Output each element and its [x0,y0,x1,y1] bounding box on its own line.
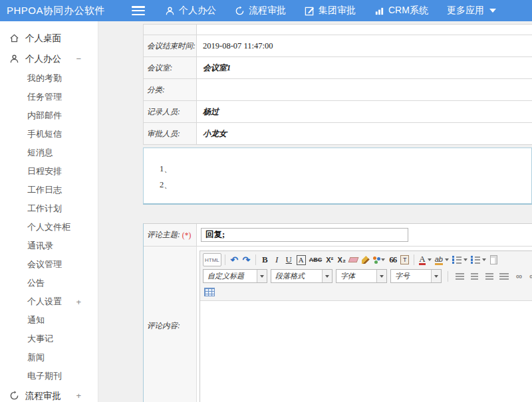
editor-content-area[interactable] [200,301,532,402]
nav-crm[interactable]: CRM系统 [374,5,428,17]
insert-table-button[interactable] [203,285,216,298]
menu-icon[interactable] [132,6,145,15]
palette-icon [373,256,376,260]
sidebar-item-e-journal[interactable]: 电子期刊 [0,367,98,385]
heading-select[interactable]: 自定义标题 [203,269,267,283]
ordered-list-button[interactable] [451,253,469,266]
paste-from-word-button[interactable]: T [399,253,410,266]
required-mark: (*) [182,231,191,239]
italic-button[interactable]: I [271,253,283,266]
color-picker-button[interactable] [372,253,386,266]
app-logo: PHPOA协同办公软件 [0,5,125,17]
sidebar-item-news[interactable]: 新闻 [0,348,98,367]
brush-icon [362,256,370,264]
html-source-button[interactable]: HTML [203,253,221,266]
link-button[interactable]: ∞ [513,270,525,283]
eraser-icon [348,257,359,262]
underline-button[interactable]: U [283,253,295,266]
redo-button[interactable]: ↷ [241,253,252,266]
nav-more-apps[interactable]: 更多应用 [447,5,496,17]
paragraph-format-select[interactable]: 段落格式 [271,269,332,283]
font-family-select[interactable]: 字体 [336,269,387,283]
subscript-button[interactable]: X₂ [336,253,347,266]
sidebar-item-internal-mail[interactable]: 内部邮件 [0,106,98,125]
comment-subject-row: 评论主题: (*) [144,224,532,247]
sidebar-item-short-message[interactable]: 短消息 [0,144,98,162]
meeting-end-time-value: 2019-08-07 11:47:00 [197,35,532,56]
unlink-button[interactable]: ∞? [528,270,532,283]
content-area: 会议结束时间: 2019-08-07 11:47:00 会议室: 会议室1 分类… [98,21,532,402]
collapse-icon[interactable]: − [76,54,81,64]
highlight-color-button[interactable]: ab [434,253,450,266]
caret-down-icon [257,270,267,282]
align-right-icon [485,273,493,274]
font-style-button[interactable]: A [297,255,306,265]
comment-content-row: 评论内容: HTML ↶ ↷ B I U A [144,247,532,402]
paste-icon: T [400,255,409,264]
table-row: 记录人员: 杨过 [144,101,532,123]
align-left-button[interactable] [454,270,466,283]
meeting-content-box: 1、 2、 [143,148,532,205]
person-icon [9,54,19,64]
sidebar-item-work-plan[interactable]: 工作计划 [0,199,98,218]
sidebar-item-my-attendance[interactable]: 我的考勤 [0,69,98,88]
blockquote-button[interactable]: 66 [387,253,398,266]
new-page-button[interactable] [488,253,499,266]
comment-section: 评论主题: (*) 评论内容: HTML ↶ ↷ [143,223,532,402]
edit-icon [305,6,315,16]
comment-subject-label: 评论主题: (*) [144,224,197,246]
sidebar-item-sms[interactable]: 手机短信 [0,125,98,144]
field-label: 会议结束时间: [144,35,197,56]
sidebar-item-personal-settings[interactable]: 个人设置 + [0,292,98,311]
caret-down-icon [381,258,385,261]
table-icon [204,288,215,296]
font-color-button[interactable]: A [418,253,432,266]
content-line: 1、 [160,163,531,175]
sidebar-item-schedule[interactable]: 日程安排 [0,162,98,181]
unordered-list-button[interactable] [469,253,487,266]
caret-down-icon [482,258,486,261]
undo-button[interactable]: ↶ [229,253,240,266]
expand-icon[interactable]: + [76,297,81,307]
topbar: PHPOA协同办公软件 个人办公 流程审批 集团审批 CRM系统 更多应用 [0,0,532,21]
sidebar-item-major-events[interactable]: 大事记 [0,330,98,348]
font-size-select[interactable]: 字号 [390,269,442,283]
sidebar-item-notice[interactable]: 通知 [0,311,98,330]
bar-chart-icon [374,6,384,16]
sidebar-item-personal-office[interactable]: 个人办公 − [0,49,98,69]
field-label: 记录人员: [144,101,197,122]
table-row [144,25,532,35]
nav-workflow-approval[interactable]: 流程审批 [235,5,286,17]
justify-button[interactable] [498,270,510,283]
content-line: 2、 [160,179,531,191]
sidebar-item-personal-desktop[interactable]: 个人桌面 [0,28,98,49]
align-right-button[interactable] [483,270,495,283]
ordered-list-icon [452,256,462,264]
field-label: 会议室: [144,57,197,78]
comment-content-label: 评论内容: [144,247,197,402]
sidebar-item-work-log[interactable]: 工作日志 [0,181,98,199]
bold-button[interactable]: B [259,253,271,266]
align-center-button[interactable] [469,270,480,283]
caret-down-icon [489,9,496,13]
sidebar-item-meeting-management[interactable]: 会议管理 [0,255,98,274]
nav-personal-office[interactable]: 个人办公 [165,5,216,17]
editor-toolbar: HTML ↶ ↷ B I U A ABC X² X₂ [200,251,532,301]
comment-subject-input[interactable] [201,228,408,242]
rich-text-editor: HTML ↶ ↷ B I U A ABC X² X₂ [200,251,532,402]
sidebar-item-workflow-approval[interactable]: 流程审批 + [0,385,98,402]
sidebar-item-contacts[interactable]: 通讯录 [0,237,98,255]
meeting-detail-table: 会议结束时间: 2019-08-07 11:47:00 会议室: 会议室1 分类… [143,24,532,145]
unordered-list-icon [471,256,480,264]
sidebar-item-task-management[interactable]: 任务管理 [0,88,98,106]
recorder-value: 杨过 [197,101,532,122]
strikethrough-button[interactable]: ABC [308,253,324,266]
superscript-button[interactable]: X² [324,253,335,266]
sidebar-item-announcement[interactable]: 公告 [0,274,98,292]
eraser-button[interactable] [348,253,359,266]
expand-icon[interactable]: + [76,391,81,401]
format-brush-button[interactable] [360,253,371,266]
sidebar-item-personal-cabinet[interactable]: 个人文件柜 [0,218,98,237]
nav-group-approval[interactable]: 集团审批 [305,5,356,17]
field-label: 审批人员: [144,123,197,144]
